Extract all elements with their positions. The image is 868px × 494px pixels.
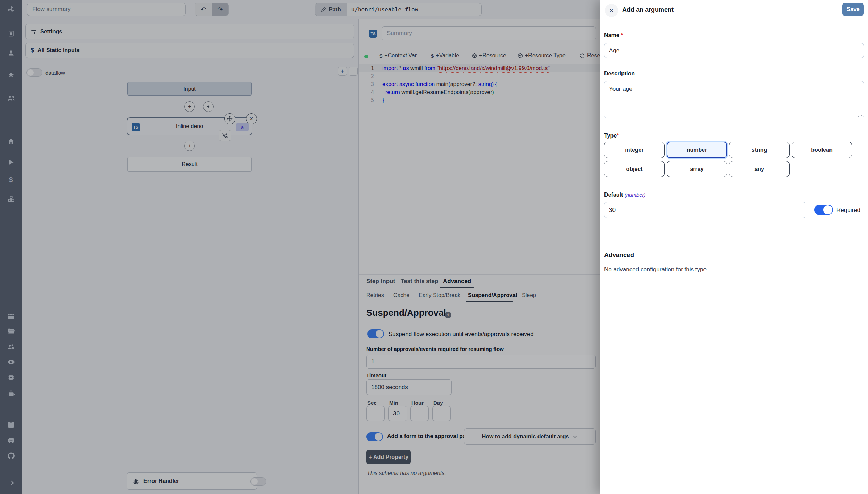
required-toggle-label: Required: [836, 207, 860, 214]
resize-grip[interactable]: [858, 113, 862, 117]
windmill-flow-editor: Flow summary ↶ ↷ Path u/henri/useable_fl…: [0, 0, 868, 494]
required-asterisk: *: [617, 133, 619, 139]
default-type-hint: (number): [625, 192, 646, 198]
divider: [600, 21, 868, 21]
add-argument-drawer: × Add an argument Save Name * Age Descri…: [600, 0, 868, 494]
type-button-string[interactable]: string: [729, 142, 790, 158]
required-asterisk: *: [621, 32, 623, 38]
type-button-number[interactable]: number: [667, 142, 727, 158]
description-label: Description: [604, 71, 635, 77]
close-drawer-button[interactable]: ×: [605, 4, 618, 17]
type-button-array[interactable]: array: [667, 161, 727, 177]
drawer-title: Add an argument: [622, 6, 674, 14]
type-label: Type*: [604, 133, 619, 139]
save-button[interactable]: Save: [842, 3, 864, 16]
description-textarea[interactable]: Your age: [604, 81, 864, 118]
type-button-integer[interactable]: integer: [604, 142, 665, 158]
name-input[interactable]: Age: [604, 43, 864, 58]
required-toggle[interactable]: [814, 205, 833, 215]
type-button-boolean[interactable]: boolean: [792, 142, 852, 158]
drawer-backdrop-overlay[interactable]: [0, 0, 600, 494]
type-button-object[interactable]: object: [604, 161, 665, 177]
type-button-any[interactable]: any: [729, 161, 790, 177]
name-label: Name *: [604, 32, 623, 39]
advanced-heading: Advanced: [604, 252, 634, 259]
default-label: Default (number): [604, 192, 646, 198]
default-value-input[interactable]: 30: [604, 202, 806, 218]
advanced-empty-text: No advanced configuration for this type: [604, 266, 707, 273]
